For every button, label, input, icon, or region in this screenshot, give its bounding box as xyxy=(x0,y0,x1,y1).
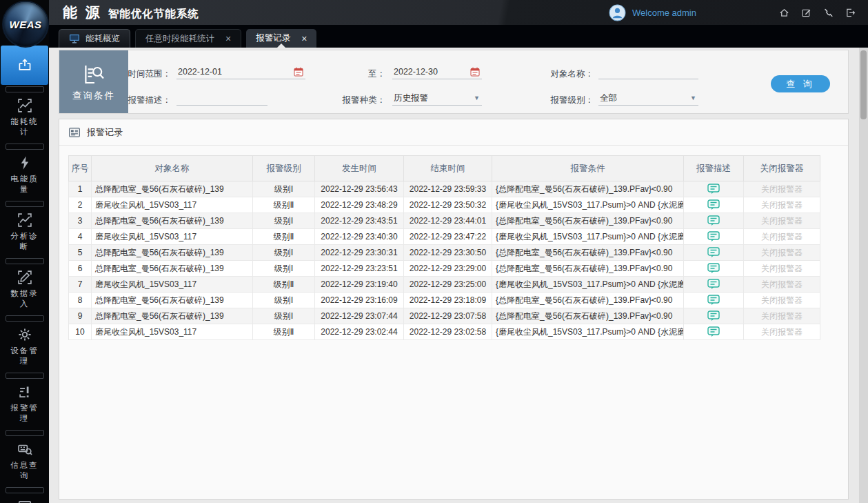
cell-object-name: 总降配电室_曼56(石灰石破碎)_139 xyxy=(92,308,253,324)
sidebar-item-device-mgmt[interactable]: 设备管理 xyxy=(0,323,49,371)
close-alarm-button[interactable]: 关闭报警器 xyxy=(761,200,803,210)
close-icon[interactable]: × xyxy=(301,34,307,43)
logout-icon[interactable] xyxy=(845,8,856,18)
cell-close-alarm: 关闭报警器 xyxy=(744,181,820,197)
cell-close-alarm: 关闭报警器 xyxy=(744,229,820,245)
sidebar-separator xyxy=(6,86,44,92)
comment-icon[interactable] xyxy=(707,295,720,306)
comment-icon[interactable] xyxy=(707,263,720,274)
close-icon[interactable]: × xyxy=(225,34,231,43)
comment-icon[interactable] xyxy=(707,247,720,258)
close-alarm-button[interactable]: 关闭报警器 xyxy=(761,311,803,321)
cell-start-time: 2022-12-29 23:48:29 xyxy=(315,197,404,213)
cell-object-name: 总降配电室_曼56(石灰石破碎)_139 xyxy=(92,293,253,308)
close-alarm-button[interactable]: 关闭报警器 xyxy=(761,279,803,289)
home-icon[interactable] xyxy=(779,8,789,18)
cell-row-number: 5 xyxy=(69,245,92,261)
cell-start-time: 2022-12-29 23:40:30 xyxy=(315,229,404,245)
alarm-level-value: 全部 xyxy=(600,92,617,104)
close-alarm-button[interactable]: 关闭报警器 xyxy=(761,184,803,194)
close-alarm-button[interactable]: 关闭报警器 xyxy=(761,327,803,337)
sidebar-item-system-mgmt[interactable]: 系统管理 xyxy=(0,495,49,503)
phone-icon[interactable] xyxy=(823,8,834,18)
weas-logo: WEAS xyxy=(2,1,49,48)
sidebar-item-alarm-mgmt[interactable]: 报警管理 xyxy=(0,380,49,428)
close-alarm-button[interactable]: 关闭报警器 xyxy=(761,248,803,257)
alarm-desc-input[interactable] xyxy=(176,91,268,106)
comment-icon[interactable] xyxy=(707,215,720,226)
cell-start-time: 2022-12-29 23:23:51 xyxy=(315,261,404,277)
sidebar-item-analysis-diagnosis[interactable]: 分析诊断 xyxy=(0,208,49,257)
app-title-main: 能 源 xyxy=(63,3,102,22)
tab-energy-overview[interactable]: 能耗概览 xyxy=(59,29,130,48)
sidebar-item-info-query[interactable]: 信息查询 xyxy=(0,437,49,486)
line-chart-icon xyxy=(17,98,32,113)
table-row: 2磨尾收尘风机_15VS03_117级别Ⅱ2022-12-29 23:48:29… xyxy=(69,197,820,213)
sidebar-item-label: 能耗统计 xyxy=(10,117,39,137)
gear-icon xyxy=(17,327,32,342)
table-row: 5总降配电室_曼56(石灰石破碎)_139级别Ⅰ2022-12-29 23:30… xyxy=(69,245,820,261)
cell-row-number: 9 xyxy=(69,308,92,324)
comment-icon[interactable] xyxy=(707,184,720,195)
sidebar-item-data-entry[interactable]: 数据录入 xyxy=(0,266,49,314)
tab-bar: 能耗概览任意时段能耗统计×报警记录× xyxy=(49,25,868,48)
alarm-table-wrap: 序号对象名称报警级别发生时间结束时间报警条件报警描述关闭报警器 1总降配电室_曼… xyxy=(68,155,820,340)
cell-alarm-level: 级别Ⅰ xyxy=(253,245,315,261)
table-row: 1总降配电室_曼56(石灰石破碎)_139级别Ⅰ2022-12-29 23:56… xyxy=(69,181,820,197)
cell-close-alarm: 关闭报警器 xyxy=(744,277,820,293)
column-header: 报警级别 xyxy=(253,156,315,181)
edit-icon[interactable] xyxy=(801,8,811,18)
sidebar-item-label: 报警管理 xyxy=(10,403,39,424)
close-alarm-button[interactable]: 关闭报警器 xyxy=(761,295,803,305)
cell-object-name: 总降配电室_曼56(石灰石破碎)_139 xyxy=(92,181,253,197)
comment-icon[interactable] xyxy=(707,326,720,337)
column-header: 关闭报警器 xyxy=(744,156,820,181)
column-header: 报警描述 xyxy=(684,156,744,181)
comment-icon[interactable] xyxy=(707,279,720,290)
cell-object-name: 总降配电室_曼56(石灰石破碎)_139 xyxy=(92,213,253,229)
close-alarm-button[interactable]: 关闭报警器 xyxy=(761,232,803,241)
tab-alarm-records[interactable]: 报警记录× xyxy=(246,29,316,48)
vertical-scrollbar[interactable] xyxy=(859,48,868,503)
close-alarm-button[interactable]: 关闭报警器 xyxy=(761,264,803,273)
user-info[interactable]: Welcome admin xyxy=(609,0,696,25)
trend-icon xyxy=(17,213,32,228)
scrollbar-thumb[interactable] xyxy=(860,50,867,119)
to-date-value: 2022-12-30 xyxy=(394,67,438,77)
cell-end-time: 2022-12-29 23:07:58 xyxy=(404,308,492,324)
sidebar-separator xyxy=(6,487,44,493)
calendar-icon[interactable] xyxy=(470,67,480,77)
object-name-input[interactable] xyxy=(598,65,698,79)
cell-object-name: 磨尾收尘风机_15VS03_117 xyxy=(92,277,253,293)
alarm-desc-label: 报警描述： xyxy=(73,95,171,106)
cell-row-number: 3 xyxy=(69,213,92,229)
alarm-type-select[interactable]: 历史报警 ▼ xyxy=(392,91,482,106)
alarm-table-body: 1总降配电室_曼56(石灰石破碎)_139级别Ⅰ2022-12-29 23:56… xyxy=(69,181,820,340)
close-alarm-button[interactable]: 关闭报警器 xyxy=(761,216,803,226)
cell-alarm-level: 级别Ⅰ xyxy=(253,308,315,324)
cell-alarm-level: 级别Ⅱ xyxy=(253,324,315,340)
sidebar-separator xyxy=(6,373,44,379)
sidebar-item-overview[interactable] xyxy=(1,46,48,85)
section-title: 报警记录 xyxy=(87,126,123,139)
table-row: 6总降配电室_曼56(石灰石破碎)_139级别Ⅰ2022-12-29 23:23… xyxy=(69,261,820,277)
cell-close-alarm: 关闭报警器 xyxy=(744,293,820,308)
comment-icon[interactable] xyxy=(707,231,720,242)
cell-alarm-description xyxy=(684,261,744,277)
cell-alarm-condition: {总降配电室_曼56(石灰石破碎)_139.PFav}<0.90 xyxy=(492,293,684,308)
sidebar-item-power-quality[interactable]: 电能质量 xyxy=(0,151,49,199)
monitor-icon xyxy=(17,499,32,503)
app-title: 能 源 智能优化节能系统 xyxy=(49,3,199,22)
comment-icon[interactable] xyxy=(707,310,720,322)
avatar-icon xyxy=(609,4,626,21)
comment-icon[interactable] xyxy=(707,199,720,210)
to-date-input[interactable]: 2022-12-30 xyxy=(392,65,482,79)
tab-monitor-icon xyxy=(69,34,80,44)
sidebar-item-energy-stats[interactable]: 能耗统计 xyxy=(0,94,49,142)
search-button[interactable]: 查 询 xyxy=(771,75,830,92)
alarm-level-select[interactable]: 全部 ▼ xyxy=(598,91,698,106)
tab-period-energy-stats[interactable]: 任意时段能耗统计× xyxy=(135,29,241,48)
cell-object-name: 磨尾收尘风机_15VS03_117 xyxy=(92,324,253,340)
cell-alarm-description xyxy=(684,181,744,197)
cell-start-time: 2022-12-29 23:43:51 xyxy=(315,213,404,229)
